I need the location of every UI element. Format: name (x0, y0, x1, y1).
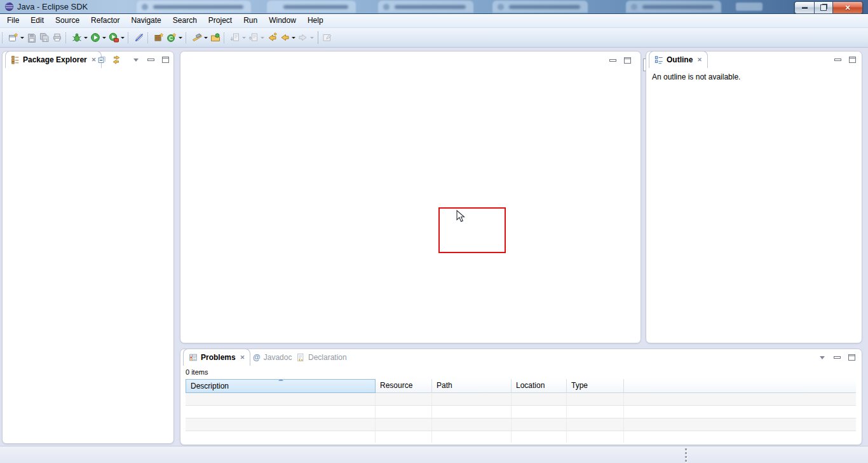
view-menu-button[interactable] (818, 353, 827, 362)
minimize-view-icon (834, 59, 841, 61)
menu-search[interactable]: Search (167, 14, 203, 27)
close-view-icon[interactable]: ✕ (240, 355, 245, 361)
last-edit-location-button[interactable] (266, 31, 278, 45)
toolbar-drag-handle[interactable] (128, 32, 130, 43)
view-menu-button[interactable] (132, 55, 140, 64)
menu-file[interactable]: File (1, 14, 25, 27)
view-controls (833, 55, 857, 64)
svg-text:C: C (169, 35, 173, 41)
save-all-button[interactable] (38, 31, 51, 45)
close-button[interactable]: ✕ (833, 1, 863, 14)
background-window-tab (267, 1, 356, 13)
close-view-icon[interactable]: ✕ (92, 57, 97, 63)
tab-label: Outline (667, 55, 693, 64)
toolbar-drag-handle[interactable] (147, 32, 150, 43)
maximize-view-button[interactable] (848, 55, 857, 64)
new-java-class-button[interactable]: C (165, 31, 184, 45)
column-header-type[interactable]: Type (567, 379, 624, 393)
window-title: Java - Eclipse SDK (17, 2, 88, 11)
minimize-editor-button[interactable] (608, 56, 617, 65)
open-task-button[interactable] (209, 31, 222, 45)
back-arrow-icon (280, 32, 290, 43)
view-controls (818, 353, 856, 362)
eclipse-logo-icon (4, 2, 14, 13)
minimize-view-icon (609, 59, 616, 62)
forward-button[interactable] (297, 31, 315, 45)
status-trim-grip[interactable] (685, 448, 687, 463)
save-all-icon (39, 32, 50, 43)
close-icon: ✕ (844, 4, 850, 11)
new-wizard-icon (8, 32, 18, 43)
back-button[interactable] (278, 31, 297, 45)
new-wizard-button[interactable] (7, 31, 25, 45)
debug-button[interactable] (71, 31, 89, 45)
toolbar-drag-handle[interactable] (224, 32, 226, 43)
last-edit-location-icon (267, 32, 277, 43)
maximize-view-button[interactable] (847, 353, 856, 362)
menu-edit[interactable]: Edit (25, 14, 50, 27)
toolbar-separator (318, 31, 318, 44)
red-rectangle (438, 207, 506, 253)
tab-package-explorer[interactable]: Package Explorer ✕ (5, 51, 102, 68)
search-button[interactable] (191, 31, 209, 45)
toggle-mark-occurrences-button[interactable] (133, 31, 146, 45)
maximize-view-button[interactable] (161, 55, 170, 64)
minimize-view-button[interactable] (146, 55, 155, 64)
maximize-editor-button[interactable] (623, 56, 632, 65)
run-external-tools-button[interactable] (107, 31, 126, 45)
column-header-filler (624, 379, 856, 393)
dropdown-arrow-icon (20, 37, 24, 39)
eclipse-window: Java - Eclipse SDK ✕ File Edit Source Re… (0, 0, 868, 463)
minimize-button[interactable] (794, 1, 814, 14)
dropdown-arrow-icon (242, 37, 246, 39)
tab-declaration[interactable]: Declaration (290, 349, 353, 366)
restore-button[interactable] (814, 1, 833, 14)
close-view-icon[interactable]: ✕ (697, 57, 702, 63)
maximize-view-icon (849, 57, 856, 63)
table-header-row: Description Resource Path Location Type (186, 379, 856, 393)
javadoc-icon: @ (253, 353, 261, 362)
menu-refactor[interactable]: Refactor (85, 14, 125, 27)
menu-window[interactable]: Window (263, 14, 302, 27)
declaration-icon (296, 353, 305, 362)
menu-source[interactable]: Source (50, 14, 85, 27)
column-header-description[interactable]: Description (186, 379, 376, 393)
new-java-class-icon: C (166, 32, 177, 43)
title-bar[interactable]: Java - Eclipse SDK ✕ (0, 0, 868, 14)
package-explorer-view: Package Explorer ✕ (2, 51, 174, 444)
column-header-path[interactable]: Path (432, 379, 512, 393)
save-button[interactable] (25, 31, 38, 45)
new-java-project-button[interactable] (153, 31, 165, 45)
column-header-location[interactable]: Location (512, 379, 567, 393)
menu-help[interactable]: Help (302, 14, 329, 27)
minimize-view-icon (147, 59, 154, 61)
column-header-resource[interactable]: Resource (376, 379, 432, 393)
collapse-all-button[interactable] (97, 55, 106, 64)
link-with-editor-button[interactable] (112, 55, 121, 64)
minimize-view-button[interactable] (832, 353, 841, 362)
tab-problems[interactable]: Problems ✕ (183, 349, 250, 366)
pin-editor-button[interactable] (321, 31, 334, 45)
items-count: 0 items (186, 368, 208, 376)
tab-outline[interactable]: Outline ✕ (649, 51, 708, 68)
menu-navigate[interactable]: Navigate (125, 14, 166, 27)
tab-label: Javadoc (264, 353, 292, 362)
toolbar-drag-handle[interactable] (2, 32, 4, 43)
chevron-down-icon (133, 59, 139, 62)
previous-annotation-button[interactable] (247, 31, 266, 45)
minimize-view-button[interactable] (833, 55, 842, 64)
background-window-tab (492, 1, 588, 13)
toolbar-drag-handle[interactable] (65, 32, 68, 43)
outline-icon (654, 55, 663, 64)
toolbar-drag-handle[interactable] (186, 32, 188, 43)
dropdown-arrow-icon (261, 37, 264, 39)
run-button[interactable] (89, 31, 107, 45)
table-row (186, 393, 856, 406)
editor-area[interactable] (180, 51, 641, 343)
dropdown-arrow-icon (292, 37, 295, 39)
link-with-editor-icon (112, 55, 121, 64)
print-button[interactable] (51, 31, 64, 45)
menu-run[interactable]: Run (238, 14, 263, 27)
next-annotation-button[interactable] (229, 31, 247, 45)
menu-project[interactable]: Project (203, 14, 238, 27)
